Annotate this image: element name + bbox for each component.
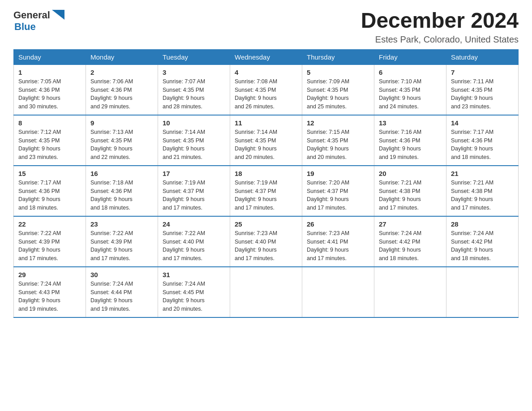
calendar-cell: [230, 267, 302, 317]
day-number: 24: [163, 220, 225, 228]
col-monday: Monday: [86, 49, 158, 64]
day-number: 27: [379, 220, 442, 228]
daylight-label: Daylight: 9 hours: [307, 247, 349, 253]
sunrise-label: Sunrise: 7:14 AM: [163, 129, 205, 135]
day-number: 29: [18, 271, 81, 278]
sunrise-label: Sunrise: 7:17 AM: [451, 129, 493, 135]
sunrise-label: Sunrise: 7:24 AM: [163, 281, 205, 287]
day-info: Sunrise: 7:07 AM Sunset: 4:35 PM Dayligh…: [163, 77, 225, 111]
day-number: 3: [163, 68, 225, 76]
daylight-label: Daylight: 9 hours: [163, 146, 205, 152]
day-number: 7: [451, 68, 514, 76]
calendar-cell: 31 Sunrise: 7:24 AM Sunset: 4:45 PM Dayl…: [158, 267, 230, 317]
day-info: Sunrise: 7:17 AM Sunset: 4:36 PM Dayligh…: [18, 179, 81, 212]
daylight-detail: and 26 minutes.: [235, 103, 275, 110]
calendar-cell: 21 Sunrise: 7:21 AM Sunset: 4:38 PM Dayl…: [446, 166, 519, 216]
calendar-cell: 25 Sunrise: 7:23 AM Sunset: 4:40 PM Dayl…: [230, 216, 302, 267]
calendar-cell: 23 Sunrise: 7:22 AM Sunset: 4:39 PM Dayl…: [86, 216, 158, 267]
sunset-label: Sunset: 4:36 PM: [90, 87, 132, 93]
daylight-label: Daylight: 9 hours: [451, 95, 493, 101]
daylight-label: Daylight: 9 hours: [90, 95, 133, 101]
month-title: December 2024: [361, 9, 519, 33]
col-thursday: Thursday: [302, 49, 374, 64]
day-number: 13: [379, 119, 442, 127]
daylight-detail: and 19 minutes.: [18, 306, 58, 312]
col-tuesday: Tuesday: [158, 49, 230, 64]
sunset-label: Sunset: 4:35 PM: [379, 87, 420, 93]
col-saturday: Saturday: [446, 49, 519, 64]
sunset-label: Sunset: 4:35 PM: [307, 137, 348, 144]
daylight-detail: and 18 minutes.: [451, 255, 491, 261]
daylight-label: Daylight: 9 hours: [18, 146, 60, 152]
calendar-cell: 11 Sunrise: 7:14 AM Sunset: 4:35 PM Dayl…: [230, 115, 302, 166]
sunset-label: Sunset: 4:35 PM: [451, 87, 492, 93]
day-number: 31: [163, 271, 225, 278]
week-row-2: 8 Sunrise: 7:12 AM Sunset: 4:35 PM Dayli…: [14, 115, 519, 166]
day-info: Sunrise: 7:22 AM Sunset: 4:39 PM Dayligh…: [90, 229, 153, 263]
day-number: 21: [451, 170, 514, 177]
daylight-detail: and 17 minutes.: [235, 205, 275, 211]
daylight-detail: and 22 minutes.: [90, 154, 130, 160]
logo-blue: Blue: [14, 21, 64, 32]
calendar-cell: [446, 267, 519, 317]
daylight-detail: and 28 minutes.: [163, 103, 202, 110]
sunset-label: Sunset: 4:43 PM: [18, 289, 60, 295]
col-sunday: Sunday: [14, 49, 86, 64]
day-number: 10: [163, 119, 225, 127]
day-number: 17: [163, 170, 225, 177]
daylight-detail: and 17 minutes.: [451, 205, 491, 211]
sunset-label: Sunset: 4:35 PM: [235, 87, 276, 93]
calendar-table: Sunday Monday Tuesday Wednesday Thursday…: [13, 49, 519, 318]
daylight-label: Daylight: 9 hours: [235, 95, 277, 101]
day-number: 12: [307, 119, 369, 127]
sunrise-label: Sunrise: 7:23 AM: [235, 230, 277, 236]
logo: General Blue: [13, 9, 64, 32]
daylight-detail: and 25 minutes.: [307, 103, 347, 110]
daylight-label: Daylight: 9 hours: [18, 297, 60, 304]
daylight-detail: and 24 minutes.: [379, 103, 419, 110]
daylight-detail: and 18 minutes.: [18, 205, 58, 211]
calendar-cell: 26 Sunrise: 7:23 AM Sunset: 4:41 PM Dayl…: [302, 216, 374, 267]
day-number: 8: [18, 119, 81, 127]
sunset-label: Sunset: 4:39 PM: [18, 239, 60, 245]
calendar-cell: 5 Sunrise: 7:09 AM Sunset: 4:35 PM Dayli…: [302, 64, 374, 115]
sunrise-label: Sunrise: 7:12 AM: [18, 129, 61, 135]
calendar-cell: 1 Sunrise: 7:05 AM Sunset: 4:36 PM Dayli…: [14, 64, 86, 115]
day-number: 14: [451, 119, 514, 127]
daylight-label: Daylight: 9 hours: [379, 146, 421, 152]
day-info: Sunrise: 7:17 AM Sunset: 4:36 PM Dayligh…: [451, 128, 514, 162]
day-info: Sunrise: 7:24 AM Sunset: 4:42 PM Dayligh…: [451, 229, 514, 263]
daylight-label: Daylight: 9 hours: [307, 196, 349, 202]
sunrise-label: Sunrise: 7:20 AM: [307, 180, 349, 186]
daylight-detail: and 20 minutes.: [307, 154, 347, 160]
day-info: Sunrise: 7:14 AM Sunset: 4:35 PM Dayligh…: [163, 128, 225, 162]
daylight-detail: and 17 minutes.: [307, 205, 347, 211]
day-info: Sunrise: 7:08 AM Sunset: 4:35 PM Dayligh…: [235, 77, 297, 111]
day-info: Sunrise: 7:24 AM Sunset: 4:42 PM Dayligh…: [379, 229, 442, 263]
daylight-detail: and 18 minutes.: [379, 255, 419, 261]
sunset-label: Sunset: 4:35 PM: [90, 137, 132, 144]
calendar-cell: 15 Sunrise: 7:17 AM Sunset: 4:36 PM Dayl…: [14, 166, 86, 216]
calendar-cell: 30 Sunrise: 7:24 AM Sunset: 4:44 PM Dayl…: [86, 267, 158, 317]
day-info: Sunrise: 7:24 AM Sunset: 4:45 PM Dayligh…: [163, 280, 225, 313]
day-number: 2: [90, 68, 153, 76]
sunset-label: Sunset: 4:36 PM: [379, 137, 420, 144]
sunset-label: Sunset: 4:42 PM: [379, 239, 420, 245]
day-number: 22: [18, 220, 81, 228]
sunrise-label: Sunrise: 7:11 AM: [451, 78, 493, 85]
day-info: Sunrise: 7:16 AM Sunset: 4:36 PM Dayligh…: [379, 128, 442, 162]
day-info: Sunrise: 7:09 AM Sunset: 4:35 PM Dayligh…: [307, 77, 369, 111]
calendar-cell: 7 Sunrise: 7:11 AM Sunset: 4:35 PM Dayli…: [446, 64, 519, 115]
day-info: Sunrise: 7:05 AM Sunset: 4:36 PM Dayligh…: [18, 77, 81, 111]
calendar-cell: 20 Sunrise: 7:21 AM Sunset: 4:38 PM Dayl…: [374, 166, 446, 216]
daylight-detail: and 17 minutes.: [18, 255, 58, 261]
col-friday: Friday: [374, 49, 446, 64]
day-info: Sunrise: 7:23 AM Sunset: 4:41 PM Dayligh…: [307, 229, 369, 263]
day-info: Sunrise: 7:23 AM Sunset: 4:40 PM Dayligh…: [235, 229, 297, 263]
sunset-label: Sunset: 4:35 PM: [163, 137, 204, 144]
sunrise-label: Sunrise: 7:05 AM: [18, 78, 61, 85]
sunrise-label: Sunrise: 7:18 AM: [90, 180, 133, 186]
sunset-label: Sunset: 4:36 PM: [90, 188, 132, 194]
daylight-detail: and 17 minutes.: [235, 255, 275, 261]
daylight-label: Daylight: 9 hours: [451, 196, 493, 202]
